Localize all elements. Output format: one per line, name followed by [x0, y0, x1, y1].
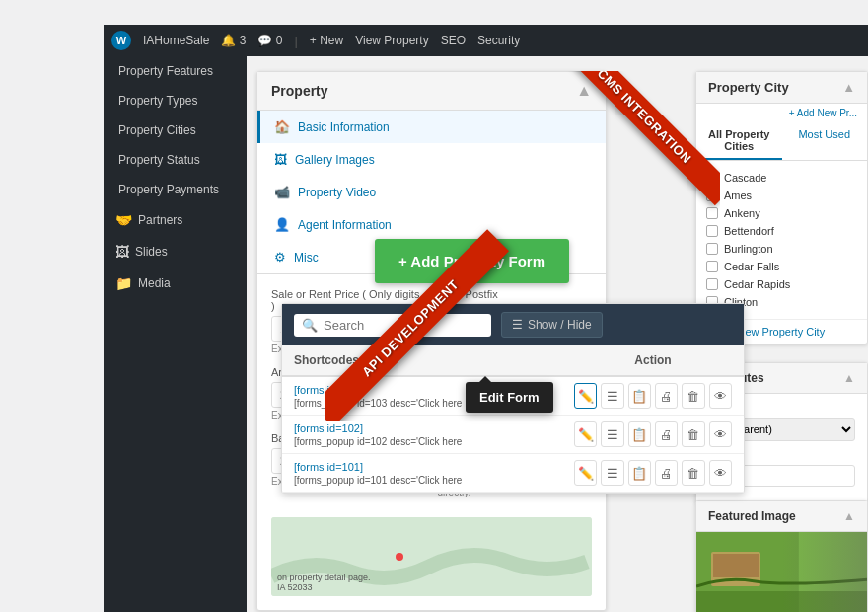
sidebar-item-property-status[interactable]: Property Status [104, 145, 247, 175]
shortcodes-toolbar: 🔍 ☰ Show / Hide [282, 304, 744, 345]
edit-btn-102[interactable]: ✏️ [574, 421, 597, 447]
sidebar-item-partners[interactable]: 🤝 Partners [104, 204, 247, 236]
svg-rect-5 [713, 554, 759, 577]
city-checkbox-bettendorf[interactable] [706, 225, 718, 237]
gallery-icon: 🖼 [274, 152, 287, 167]
city-panel-toggle[interactable]: ▲ [842, 80, 855, 95]
city-item-cedar-falls[interactable]: Cedar Falls [706, 258, 857, 275]
print-btn-102[interactable]: 🖨 [655, 421, 678, 447]
view-btn-101[interactable]: 👁 [709, 460, 732, 486]
sidebar-item-media[interactable]: 📁 Media [104, 268, 247, 299]
city-label-ames: Ames [724, 190, 752, 201]
city-item-cascade[interactable]: ✓ Cascade [706, 169, 857, 187]
attributes-toggle[interactable]: ▲ [843, 371, 855, 385]
city-checkbox-ames[interactable] [706, 190, 718, 201]
sidebar-item-property-cities[interactable]: Property Cities [104, 115, 247, 145]
code-main-102[interactable]: [forms id=102] [294, 422, 574, 434]
admin-bar-new-btn[interactable]: + New [310, 34, 343, 47]
admin-bar-security[interactable]: Security [477, 34, 520, 47]
featured-image-header: Featured Image ▲ [696, 501, 867, 532]
print-btn-103[interactable]: 🖨 [655, 383, 678, 409]
nav-agent-info[interactable]: 👤 Agent Information [257, 208, 606, 241]
content-area: Property ▲ 🏠 Basic Information 🖼 Gallery… [247, 56, 868, 612]
admin-bar-notif[interactable]: 🔔 3 [221, 34, 246, 47]
city-checkbox-burlington[interactable] [706, 243, 718, 255]
row-codes-101: [forms id=101] [forms_popup id=101 desc=… [294, 461, 574, 486]
delete-btn-102[interactable]: 🗑 [682, 421, 704, 447]
city-item-bettendorf[interactable]: Bettendorf [706, 222, 857, 240]
city-checkbox-cascade[interactable]: ✓ [706, 172, 718, 184]
video-icon: 📹 [274, 185, 290, 199]
map-note: on property detail page. [277, 573, 371, 582]
table-row: [forms id=102] [forms_popup id=102 desc=… [282, 416, 744, 454]
city-item-burlington[interactable]: Burlington [706, 240, 857, 258]
edit-btn-103[interactable]: ✏️ [574, 383, 597, 409]
featured-image-toggle[interactable]: ▲ [843, 509, 855, 523]
city-item-ames[interactable]: Ames [706, 187, 857, 204]
city-label-cascade: Cascade [724, 172, 766, 184]
view-btn-103[interactable]: 👁 [709, 383, 732, 409]
city-checkbox-cedar-rapids[interactable] [706, 278, 718, 290]
table-row: [forms id=101] [forms_popup id=101 desc=… [282, 454, 744, 493]
edit-form-tooltip: Edit Form [466, 382, 553, 413]
city-checkbox-cedar-falls[interactable] [706, 261, 718, 272]
city-checkbox-ankeny[interactable] [706, 207, 718, 219]
search-input[interactable] [324, 318, 483, 333]
row-actions-103: ✏️ ☰ 📋 🖨 🗑 👁 [574, 383, 732, 409]
sidebar-item-property-payments[interactable]: Property Payments [104, 175, 247, 204]
tab-most-used[interactable]: Most Used [782, 122, 868, 160]
featured-image-panel: Featured Image ▲ [695, 500, 868, 612]
row-actions-102: ✏️ ☰ 📋 🖨 🗑 👁 [574, 421, 732, 447]
wp-sidebar: Property Features Property Types Propert… [104, 56, 247, 612]
list-btn-101[interactable]: ☰ [601, 460, 623, 486]
row-actions-101: ✏️ ☰ 📋 🖨 🗑 👁 [574, 460, 732, 486]
add-new-prop-link[interactable]: + Add New Pr... [696, 104, 867, 122]
admin-bar-seo[interactable]: SEO [441, 34, 466, 47]
sidebar-item-property-types[interactable]: Property Types [104, 86, 247, 115]
copy-btn-101[interactable]: 📋 [628, 460, 651, 486]
sidebar-item-slides[interactable]: 🖼 Slides [104, 236, 247, 268]
nav-gallery-images[interactable]: 🖼 Gallery Images [257, 143, 606, 176]
add-property-button[interactable]: + Add Property Form [375, 239, 569, 283]
admin-bar-site-name[interactable]: IAHomeSale [143, 34, 209, 47]
show-hide-button[interactable]: ☰ Show / Hide [501, 312, 603, 338]
copy-btn-102[interactable]: 📋 [628, 421, 651, 447]
code-popup-102: [forms_popup id=102 desc='Click here [294, 436, 574, 447]
admin-bar-view-property[interactable]: View Property [355, 34, 428, 47]
tab-all-cities[interactable]: All Property Cities [696, 122, 782, 160]
view-btn-102[interactable]: 👁 [709, 421, 732, 447]
delete-btn-103[interactable]: 🗑 [682, 383, 704, 409]
edit-btn-101[interactable]: ✏️ [574, 460, 597, 486]
admin-bar-comment[interactable]: 💬 0 [257, 34, 282, 47]
partners-icon: 🤝 [115, 212, 132, 228]
list-btn-103[interactable]: ☰ [601, 383, 623, 409]
misc-icon: ⚙ [274, 250, 286, 265]
svg-rect-0 [271, 517, 592, 596]
code-main-101[interactable]: [forms id=101] [294, 461, 574, 473]
main-wrapper: W IAHomeSale 🔔 3 💬 0 | + New View Proper… [0, 0, 868, 612]
sidebar-item-property-features[interactable]: Property Features [104, 56, 247, 86]
basic-info-icon: 🏠 [274, 119, 290, 134]
property-city-header: Property City ▲ [696, 72, 867, 104]
city-item-ankeny[interactable]: Ankeny [706, 204, 857, 222]
nav-basic-info[interactable]: 🏠 Basic Information [257, 111, 606, 143]
featured-image-preview[interactable] [696, 532, 867, 612]
panel-collapse-icon[interactable]: ▲ [576, 82, 592, 100]
search-box[interactable]: 🔍 [294, 314, 491, 337]
delete-btn-101[interactable]: 🗑 [682, 460, 704, 486]
media-icon: 📁 [115, 275, 132, 291]
city-label-burlington: Burlington [724, 243, 773, 255]
code-popup-101: [forms_popup id=101 desc='Click here [294, 475, 574, 486]
city-item-cedar-rapids[interactable]: Cedar Rapids [706, 275, 857, 293]
list-icon: ☰ [512, 318, 523, 332]
list-btn-102[interactable]: ☰ [601, 421, 623, 447]
col-action: Action [574, 353, 732, 367]
nav-property-video[interactable]: 📹 Property Video [257, 176, 606, 208]
price-postfix-label: Price Postfix [438, 288, 593, 300]
print-btn-101[interactable]: 🖨 [655, 460, 678, 486]
copy-btn-103[interactable]: 📋 [628, 383, 651, 409]
city-list: ✓ Cascade Ames Ankeny Bettendorf B [696, 161, 867, 319]
wp-admin-bar: W IAHomeSale 🔔 3 💬 0 | + New View Proper… [104, 25, 868, 56]
panel-header: Property ▲ [257, 72, 606, 111]
col-shortcodes: Shortcodes [294, 353, 574, 367]
